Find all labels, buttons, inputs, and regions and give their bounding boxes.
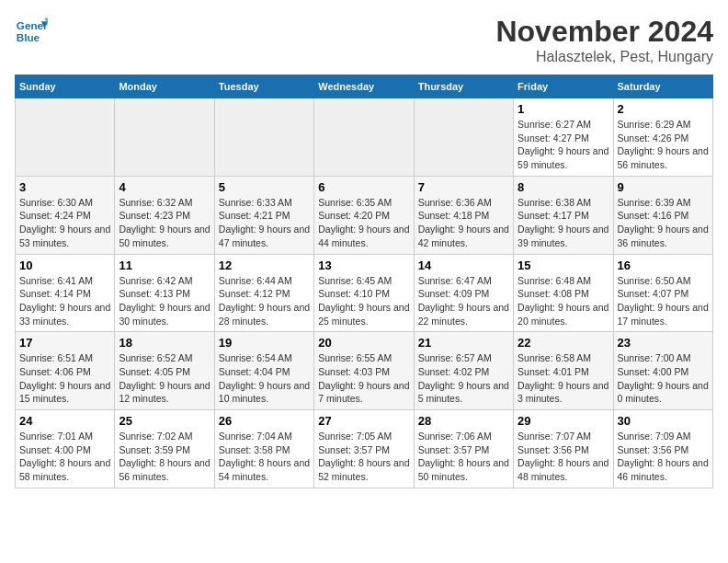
day-info: Sunrise: 6:52 AMSunset: 4:05 PMDaylight:… [119, 351, 210, 406]
day-info: Sunrise: 6:29 AMSunset: 4:26 PMDaylight:… [618, 118, 709, 172]
calendar-cell: 19Sunrise: 6:54 AMSunset: 4:04 PMDayligh… [214, 332, 313, 410]
day-info: Sunrise: 6:57 AMSunset: 4:02 PMDaylight:… [418, 351, 509, 406]
calendar-cell: 29Sunrise: 7:07 AMSunset: 3:56 PMDayligh… [514, 410, 613, 488]
day-number: 7 [418, 180, 509, 194]
calendar-cell: 11Sunrise: 6:42 AMSunset: 4:13 PMDayligh… [115, 254, 214, 332]
day-number: 11 [119, 259, 210, 272]
calendar-cell: 2Sunrise: 6:29 AMSunset: 4:26 PMDaylight… [613, 98, 712, 177]
day-number: 1 [518, 102, 609, 116]
calendar-subtitle: Halasztelek, Pest, Hungary [495, 49, 713, 65]
day-info: Sunrise: 6:39 AMSunset: 4:16 PMDaylight:… [618, 196, 709, 250]
header-saturday: Saturday [613, 75, 712, 98]
day-info: Sunrise: 7:02 AMSunset: 3:59 PMDaylight:… [119, 430, 210, 484]
day-number: 12 [219, 259, 310, 272]
day-number: 9 [618, 180, 709, 194]
day-number: 25 [119, 414, 210, 428]
day-info: Sunrise: 6:35 AMSunset: 4:20 PMDaylight:… [318, 196, 409, 250]
header-tuesday: Tuesday [214, 75, 313, 98]
calendar-cell: 17Sunrise: 6:51 AMSunset: 4:06 PMDayligh… [16, 332, 115, 410]
day-info: Sunrise: 6:55 AMSunset: 4:03 PMDaylight:… [318, 351, 409, 406]
calendar-cell: 7Sunrise: 6:36 AMSunset: 4:18 PMDaylight… [414, 176, 513, 254]
day-info: Sunrise: 7:01 AMSunset: 4:00 PMDaylight:… [19, 430, 110, 484]
header-row: SundayMondayTuesdayWednesdayThursdayFrid… [16, 75, 713, 98]
calendar-cell: 4Sunrise: 6:32 AMSunset: 4:23 PMDaylight… [115, 176, 214, 254]
calendar-cell: 24Sunrise: 7:01 AMSunset: 4:00 PMDayligh… [16, 410, 115, 488]
calendar-cell: 10Sunrise: 6:41 AMSunset: 4:14 PMDayligh… [16, 254, 115, 332]
day-number: 30 [618, 414, 709, 428]
calendar-cell [414, 98, 513, 177]
day-number: 21 [418, 336, 509, 350]
day-info: Sunrise: 6:38 AMSunset: 4:17 PMDaylight:… [518, 196, 609, 250]
day-number: 4 [119, 180, 210, 194]
calendar-cell [214, 98, 313, 177]
day-info: Sunrise: 7:00 AMSunset: 4:00 PMDaylight:… [618, 351, 709, 406]
day-info: Sunrise: 6:51 AMSunset: 4:06 PMDaylight:… [19, 351, 110, 406]
logo-icon: General Blue [15, 15, 48, 48]
calendar-cell [16, 98, 115, 177]
day-number: 20 [318, 336, 409, 350]
day-number: 16 [618, 259, 709, 272]
calendar-cell: 27Sunrise: 7:05 AMSunset: 3:57 PMDayligh… [314, 410, 414, 488]
header-monday: Monday [115, 75, 214, 98]
title-block: November 2024 Halasztelek, Pest, Hungary [495, 15, 713, 65]
day-info: Sunrise: 7:06 AMSunset: 3:57 PMDaylight:… [418, 430, 509, 484]
day-info: Sunrise: 6:32 AMSunset: 4:23 PMDaylight:… [119, 196, 210, 250]
day-number: 5 [219, 180, 310, 194]
day-info: Sunrise: 6:27 AMSunset: 4:27 PMDaylight:… [518, 118, 609, 172]
day-info: Sunrise: 6:33 AMSunset: 4:21 PMDaylight:… [219, 196, 310, 250]
day-number: 8 [518, 180, 609, 194]
day-number: 28 [418, 414, 509, 428]
calendar-cell [314, 98, 414, 177]
calendar-cell: 28Sunrise: 7:06 AMSunset: 3:57 PMDayligh… [414, 410, 513, 488]
calendar-cell: 21Sunrise: 6:57 AMSunset: 4:02 PMDayligh… [414, 332, 513, 410]
day-info: Sunrise: 6:42 AMSunset: 4:13 PMDaylight:… [119, 274, 210, 328]
svg-text:Blue: Blue [17, 31, 40, 43]
day-info: Sunrise: 6:36 AMSunset: 4:18 PMDaylight:… [418, 196, 509, 250]
calendar-cell: 16Sunrise: 6:50 AMSunset: 4:07 PMDayligh… [613, 254, 712, 332]
day-number: 13 [318, 259, 409, 272]
week-row-0: 1Sunrise: 6:27 AMSunset: 4:27 PMDaylight… [16, 98, 713, 177]
calendar-table: SundayMondayTuesdayWednesdayThursdayFrid… [15, 75, 713, 488]
day-number: 14 [418, 259, 509, 272]
day-info: Sunrise: 7:07 AMSunset: 3:56 PMDaylight:… [518, 430, 609, 484]
day-number: 22 [518, 336, 609, 350]
day-number: 24 [19, 414, 110, 428]
day-number: 10 [19, 259, 110, 272]
calendar-cell: 14Sunrise: 6:47 AMSunset: 4:09 PMDayligh… [414, 254, 513, 332]
calendar-cell: 26Sunrise: 7:04 AMSunset: 3:58 PMDayligh… [214, 410, 313, 488]
day-info: Sunrise: 6:30 AMSunset: 4:24 PMDaylight:… [19, 196, 110, 250]
day-number: 18 [119, 336, 210, 350]
week-row-2: 10Sunrise: 6:41 AMSunset: 4:14 PMDayligh… [16, 254, 713, 332]
calendar-cell: 20Sunrise: 6:55 AMSunset: 4:03 PMDayligh… [314, 332, 414, 410]
day-number: 15 [518, 259, 609, 272]
day-number: 29 [518, 414, 609, 428]
calendar-cell: 25Sunrise: 7:02 AMSunset: 3:59 PMDayligh… [115, 410, 214, 488]
calendar-cell: 6Sunrise: 6:35 AMSunset: 4:20 PMDaylight… [314, 176, 414, 254]
day-number: 6 [318, 180, 409, 194]
day-info: Sunrise: 7:04 AMSunset: 3:58 PMDaylight:… [219, 430, 310, 484]
day-number: 3 [19, 180, 110, 194]
header-wednesday: Wednesday [314, 75, 414, 98]
header-sunday: Sunday [16, 75, 115, 98]
day-number: 23 [618, 336, 709, 350]
calendar-cell: 23Sunrise: 7:00 AMSunset: 4:00 PMDayligh… [613, 332, 712, 410]
calendar-cell: 13Sunrise: 6:45 AMSunset: 4:10 PMDayligh… [314, 254, 414, 332]
day-info: Sunrise: 6:47 AMSunset: 4:09 PMDaylight:… [418, 274, 509, 328]
day-info: Sunrise: 6:45 AMSunset: 4:10 PMDaylight:… [318, 274, 409, 328]
logo: General Blue [15, 15, 48, 48]
week-row-4: 24Sunrise: 7:01 AMSunset: 4:00 PMDayligh… [16, 410, 713, 488]
day-info: Sunrise: 6:50 AMSunset: 4:07 PMDaylight:… [618, 274, 709, 328]
calendar-cell: 3Sunrise: 6:30 AMSunset: 4:24 PMDaylight… [16, 176, 115, 254]
day-number: 27 [318, 414, 409, 428]
calendar-cell: 30Sunrise: 7:09 AMSunset: 3:56 PMDayligh… [613, 410, 712, 488]
week-row-1: 3Sunrise: 6:30 AMSunset: 4:24 PMDaylight… [16, 176, 713, 254]
day-info: Sunrise: 7:09 AMSunset: 3:56 PMDaylight:… [618, 430, 709, 484]
day-number: 19 [219, 336, 310, 350]
calendar-title: November 2024 [495, 15, 713, 49]
day-info: Sunrise: 6:48 AMSunset: 4:08 PMDaylight:… [518, 274, 609, 328]
calendar-cell: 1Sunrise: 6:27 AMSunset: 4:27 PMDaylight… [514, 98, 613, 177]
calendar-cell: 15Sunrise: 6:48 AMSunset: 4:08 PMDayligh… [514, 254, 613, 332]
calendar-cell: 12Sunrise: 6:44 AMSunset: 4:12 PMDayligh… [214, 254, 313, 332]
day-info: Sunrise: 7:05 AMSunset: 3:57 PMDaylight:… [318, 430, 409, 484]
header-friday: Friday [514, 75, 613, 98]
